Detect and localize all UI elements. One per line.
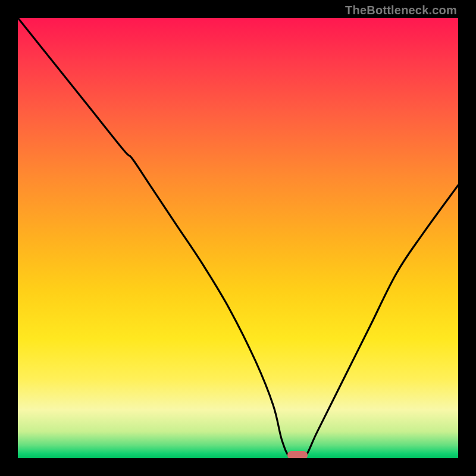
bottleneck-curve [18,18,458,458]
watermark-text: TheBottleneck.com [345,4,457,17]
curve-layer [18,18,458,458]
plot-area [18,18,458,458]
optimum-marker [287,451,308,458]
chart-frame: TheBottleneck.com [0,0,476,476]
